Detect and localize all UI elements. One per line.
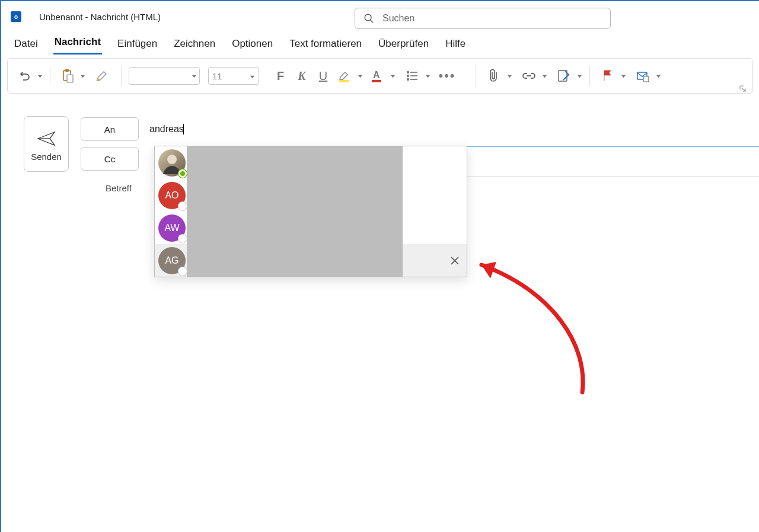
tab-nachricht[interactable]: Nachricht <box>53 34 102 55</box>
tab-hilfe[interactable]: Hilfe <box>444 36 467 55</box>
font-color-icon: A <box>369 68 385 84</box>
autocomplete-item[interactable]: AW <box>155 211 467 244</box>
svg-marker-25 <box>621 75 626 78</box>
svg-point-16 <box>407 75 409 77</box>
dialog-launcher-icon <box>739 85 747 92</box>
flag-button[interactable] <box>597 65 618 86</box>
recipient-autocomplete-dropdown: AO AW AG <box>154 146 467 277</box>
tags-button[interactable] <box>632 65 653 86</box>
autocomplete-item-redacted <box>187 179 403 211</box>
undo-button[interactable] <box>15 65 35 87</box>
tab-einfuegen[interactable]: Einfügen <box>116 36 158 55</box>
underline-button[interactable]: U <box>312 65 334 86</box>
signature-dropdown[interactable] <box>577 70 582 81</box>
ribbon-tabs: Datei Nachricht Einfügen Zeichnen Option… <box>1 32 759 55</box>
presence-unknown-icon <box>178 267 187 275</box>
bold-button[interactable]: F <box>270 65 291 86</box>
search-icon <box>363 13 374 24</box>
send-label: Senden <box>31 152 62 162</box>
flag-dropdown[interactable] <box>621 70 626 81</box>
signature-icon <box>557 69 571 83</box>
chevron-down-icon <box>192 70 197 81</box>
send-button[interactable]: Senden <box>24 116 69 172</box>
attach-button[interactable] <box>483 65 505 86</box>
ribbon-separator <box>476 66 476 86</box>
font-color-dropdown[interactable] <box>390 70 396 81</box>
chevron-down-icon <box>250 71 255 81</box>
svg-marker-28 <box>656 75 661 78</box>
to-input[interactable]: andreas <box>149 124 184 135</box>
undo-dropdown[interactable] <box>37 70 43 81</box>
tab-datei[interactable]: Datei <box>13 36 39 55</box>
avatar-initials: AO <box>158 182 186 209</box>
bullet-list-button[interactable] <box>401 65 423 86</box>
attach-dropdown[interactable] <box>507 70 512 81</box>
avatar-initials: AG <box>158 247 186 274</box>
format-painter-button[interactable] <box>91 65 114 87</box>
close-icon <box>450 256 460 265</box>
outlook-app-icon: o <box>11 11 21 22</box>
autocomplete-item[interactable] <box>155 146 467 179</box>
highlight-button[interactable] <box>334 65 355 86</box>
svg-marker-10 <box>358 75 362 78</box>
tab-optionen[interactable]: Optionen <box>231 36 274 55</box>
avatar-initials: AW <box>158 214 186 242</box>
svg-text:A: A <box>373 70 380 80</box>
highlight-icon <box>337 68 352 84</box>
link-dropdown[interactable] <box>542 70 547 81</box>
send-icon <box>37 130 56 147</box>
window-title: Unbenannt - Nachricht (HTML) <box>39 12 161 22</box>
autocomplete-item-selected[interactable]: AG <box>155 244 467 277</box>
undo-icon <box>18 69 32 83</box>
svg-point-18 <box>407 79 409 81</box>
more-button[interactable]: ••• <box>436 65 458 86</box>
presence-unknown-icon <box>178 202 187 210</box>
svg-line-1 <box>371 20 374 23</box>
list-dropdown[interactable] <box>425 70 430 81</box>
signature-button[interactable] <box>553 65 575 86</box>
font-color-button[interactable]: A <box>366 65 388 86</box>
tab-zeichnen[interactable]: Zeichnen <box>173 36 216 55</box>
highlight-dropdown[interactable] <box>358 70 363 81</box>
ribbon-toolbar: 11 F K U A ••• <box>7 58 753 94</box>
paint-brush-icon <box>95 69 110 82</box>
svg-point-14 <box>407 72 409 73</box>
tab-text-formatieren[interactable]: Text formatieren <box>288 36 363 55</box>
italic-button[interactable]: K <box>291 65 312 86</box>
font-family-select[interactable] <box>129 67 200 85</box>
svg-marker-21 <box>508 75 512 78</box>
paste-button[interactable] <box>58 65 78 87</box>
tab-ueberpruefen[interactable]: Überprüfen <box>377 36 430 55</box>
search-placeholder: Suchen <box>382 13 414 24</box>
search-box[interactable]: Suchen <box>355 8 611 29</box>
cc-button[interactable]: Cc <box>81 147 139 171</box>
ribbon-separator <box>50 66 50 86</box>
svg-rect-9 <box>339 80 349 82</box>
autocomplete-item-redacted <box>187 211 403 244</box>
autocomplete-item-redacted <box>187 244 403 277</box>
presence-unknown-icon <box>178 235 187 243</box>
ribbon-dialog-launcher[interactable] <box>739 84 747 91</box>
remove-suggestion-button[interactable] <box>450 256 460 265</box>
list-icon <box>406 69 419 82</box>
autocomplete-item[interactable]: AO <box>155 179 467 211</box>
presence-available-icon <box>178 169 187 178</box>
svg-point-30 <box>167 155 177 164</box>
svg-rect-4 <box>65 69 69 72</box>
svg-rect-27 <box>643 76 649 82</box>
link-button[interactable] <box>518 65 540 86</box>
tags-dropdown[interactable] <box>656 70 661 81</box>
to-button[interactable]: An <box>81 117 139 141</box>
svg-marker-22 <box>543 75 547 78</box>
font-size-select[interactable]: 11 <box>208 67 259 85</box>
svg-marker-6 <box>81 75 85 78</box>
ribbon-separator <box>121 66 122 86</box>
autocomplete-item-redacted <box>187 146 403 179</box>
avatar-photo <box>158 149 186 177</box>
link-icon <box>522 70 536 81</box>
svg-marker-7 <box>192 75 196 78</box>
font-size-value: 11 <box>212 71 247 81</box>
svg-marker-8 <box>250 75 254 78</box>
svg-marker-2 <box>38 75 42 78</box>
paste-dropdown[interactable] <box>80 70 85 81</box>
